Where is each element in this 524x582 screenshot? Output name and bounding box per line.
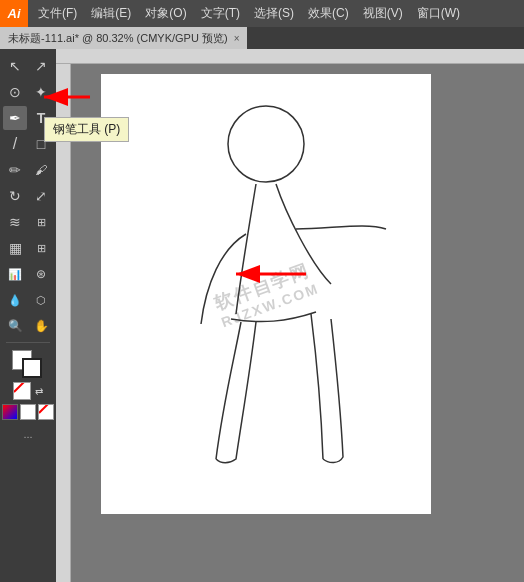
tool-row-9: 💧 ⬡	[2, 287, 54, 313]
tab-close-button[interactable]: ×	[234, 33, 240, 44]
gradient-swatch[interactable]	[20, 404, 36, 420]
menu-effects[interactable]: 效果(C)	[302, 3, 355, 24]
direct-select-tool[interactable]: ↗	[29, 54, 53, 78]
gradient-tool[interactable]: ▦	[3, 236, 27, 260]
toolbar-divider	[6, 342, 50, 343]
tool-row-1: ↖ ↗	[2, 53, 54, 79]
rotate-tool[interactable]: ↻	[3, 184, 27, 208]
color-mode-icon[interactable]	[2, 404, 18, 420]
lasso-tool[interactable]: ⊙	[3, 80, 27, 104]
brush-tool[interactable]: 🖌	[29, 158, 53, 182]
tool-row-10: 🔍 ✋	[2, 313, 54, 339]
red-arrow-canvas	[226, 249, 316, 299]
free-transform-tool[interactable]: ⊞	[29, 210, 53, 234]
warp-tool[interactable]: ≋	[3, 210, 27, 234]
red-arrow-toolbar	[30, 86, 100, 108]
tool-row-6: ≋ ⊞	[2, 209, 54, 235]
menu-select[interactable]: 选择(S)	[248, 3, 300, 24]
line-tool[interactable]: /	[3, 132, 27, 156]
tab-bar: 未标题-111.ai* @ 80.32% (CMYK/GPU 预览) ×	[0, 27, 524, 49]
tool-row-4: ✏ 🖌	[2, 157, 54, 183]
no-fill-swatch[interactable]	[38, 404, 54, 420]
stroke-color[interactable]	[22, 358, 42, 378]
active-tab[interactable]: 未标题-111.ai* @ 80.32% (CMYK/GPU 预览) ×	[0, 27, 247, 49]
none-swatch[interactable]	[13, 382, 31, 400]
mesh-tool[interactable]: ⊞	[29, 236, 53, 260]
swap-colors-icon[interactable]: ⇄	[35, 386, 43, 397]
menu-window[interactable]: 窗口(W)	[411, 3, 466, 24]
hand-tool[interactable]: ✋	[29, 314, 53, 338]
title-bar: Ai 文件(F) 编辑(E) 对象(O) 文字(T) 选择(S) 效果(C) 视…	[0, 0, 524, 27]
canvas-background[interactable]: 软件自学网 RJZXW.COM	[71, 64, 524, 582]
zoom-tool[interactable]: 🔍	[3, 314, 27, 338]
horizontal-ruler	[56, 49, 524, 64]
tool-row-7: ▦ ⊞	[2, 235, 54, 261]
tool-row-5: ↻ ⤢	[2, 183, 54, 209]
eyedrop-tool[interactable]: 💧	[3, 288, 27, 312]
svg-point-0	[228, 106, 304, 182]
main-area: 钢笔工具 (P) ↖ ↗ ⊙ ✦ ✒ T / □ ✏ 🖌 ↻ ⤢ ≋ ⊞	[0, 49, 524, 582]
chart-tool[interactable]: 📊	[3, 262, 27, 286]
tool-row-8: 📊 ⊛	[2, 261, 54, 287]
pen-tool[interactable]: ✒	[3, 106, 27, 130]
menu-object[interactable]: 对象(O)	[139, 3, 192, 24]
symbol-tool[interactable]: ⊛	[29, 262, 53, 286]
toolbar: 钢笔工具 (P) ↖ ↗ ⊙ ✦ ✒ T / □ ✏ 🖌 ↻ ⤢ ≋ ⊞	[0, 49, 56, 582]
menu-file[interactable]: 文件(F)	[32, 3, 83, 24]
menu-view[interactable]: 视图(V)	[357, 3, 409, 24]
select-tool[interactable]: ↖	[3, 54, 27, 78]
pencil-tool[interactable]: ✏	[3, 158, 27, 182]
menu-text[interactable]: 文字(T)	[195, 3, 246, 24]
ai-logo: Ai	[0, 0, 28, 27]
pen-tool-tooltip: 钢笔工具 (P)	[44, 117, 129, 142]
menu-edit[interactable]: 编辑(E)	[85, 3, 137, 24]
tab-label: 未标题-111.ai* @ 80.32% (CMYK/GPU 预览)	[8, 31, 228, 46]
color-boxes	[12, 350, 44, 378]
blend-tool[interactable]: ⬡	[29, 288, 53, 312]
menu-bar: 文件(F) 编辑(E) 对象(O) 文字(T) 选择(S) 效果(C) 视图(V…	[28, 0, 466, 27]
color-controls: ⇄ ...	[2, 350, 54, 444]
more-tools-button[interactable]: ...	[23, 428, 32, 440]
scale-tool[interactable]: ⤢	[29, 184, 53, 208]
